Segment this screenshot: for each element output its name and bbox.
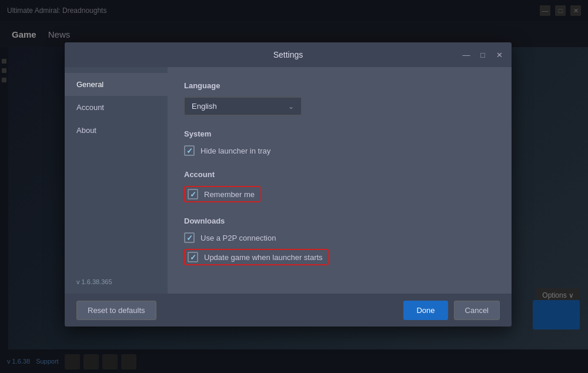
downloads-section-title: Downloads xyxy=(184,217,495,225)
p2p-label: Use a P2P connection xyxy=(201,234,276,242)
done-button[interactable]: Done xyxy=(403,301,447,320)
dialog-window-controls: — □ ✕ xyxy=(460,48,506,61)
update-game-label: Update game when launcher starts xyxy=(204,253,323,262)
settings-dialog: Settings — □ ✕ General Account About v 1… xyxy=(65,42,512,327)
sidebar-item-about[interactable]: About xyxy=(65,119,168,142)
dialog-minimize-btn[interactable]: — xyxy=(460,48,473,61)
update-game-checkmark: ✓ xyxy=(190,253,196,262)
reset-defaults-button[interactable]: Reset to defaults xyxy=(76,301,156,320)
update-game-checkbox[interactable]: ✓ xyxy=(188,252,198,262)
remember-me-checkbox[interactable]: ✓ xyxy=(188,189,198,199)
cancel-button[interactable]: Cancel xyxy=(454,301,500,320)
hide-launcher-label: Hide launcher in tray xyxy=(201,146,270,155)
dialog-maximize-btn[interactable]: □ xyxy=(476,48,489,61)
language-dropdown-arrow: ⌄ xyxy=(288,102,294,111)
p2p-checkbox[interactable]: ✓ xyxy=(184,232,195,243)
dialog-body: General Account About v 1.6.38.365 Langu… xyxy=(65,67,512,294)
dialog-title: Settings xyxy=(273,50,303,59)
p2p-row: ✓ Use a P2P connection xyxy=(184,232,495,243)
account-section-title: Account xyxy=(184,170,495,179)
language-section: Language English ⌄ xyxy=(184,81,495,115)
system-hide-launcher-row: ✓ Hide launcher in tray xyxy=(184,145,495,156)
language-section-title: Language xyxy=(184,81,495,90)
dialog-content-area: Language English ⌄ System ✓ Hide launche… xyxy=(168,67,512,294)
sidebar-item-account[interactable]: Account xyxy=(65,96,168,119)
remember-me-label: Remember me xyxy=(204,190,255,199)
sidebar-item-general[interactable]: General xyxy=(65,73,168,96)
dialog-sidebar: General Account About v 1.6.38.365 xyxy=(65,67,168,294)
dialog-close-btn[interactable]: ✕ xyxy=(493,48,506,61)
update-game-row: ✓ Update game when launcher starts xyxy=(184,249,495,265)
update-game-highlight: ✓ Update game when launcher starts xyxy=(184,249,329,265)
dialog-footer: Reset to defaults Done Cancel xyxy=(65,294,512,327)
remember-me-row: ✓ Remember me xyxy=(184,186,495,202)
remember-me-checkmark: ✓ xyxy=(190,190,196,199)
hide-launcher-checkmark: ✓ xyxy=(186,146,193,155)
p2p-checkmark: ✓ xyxy=(186,234,193,242)
language-selected-value: English xyxy=(192,102,217,111)
language-dropdown[interactable]: English ⌄ xyxy=(184,97,302,115)
system-section-title: System xyxy=(184,129,495,138)
downloads-section: Downloads ✓ Use a P2P connection ✓ Updat… xyxy=(184,217,495,265)
hide-launcher-checkbox[interactable]: ✓ xyxy=(184,145,195,156)
footer-action-buttons: Done Cancel xyxy=(403,301,500,320)
system-section: System ✓ Hide launcher in tray xyxy=(184,129,495,156)
remember-me-highlight: ✓ Remember me xyxy=(184,186,260,202)
dialog-titlebar: Settings — □ ✕ xyxy=(65,42,512,67)
sidebar-version: v 1.6.38.365 xyxy=(76,278,112,285)
account-section: Account ✓ Remember me xyxy=(184,170,495,202)
